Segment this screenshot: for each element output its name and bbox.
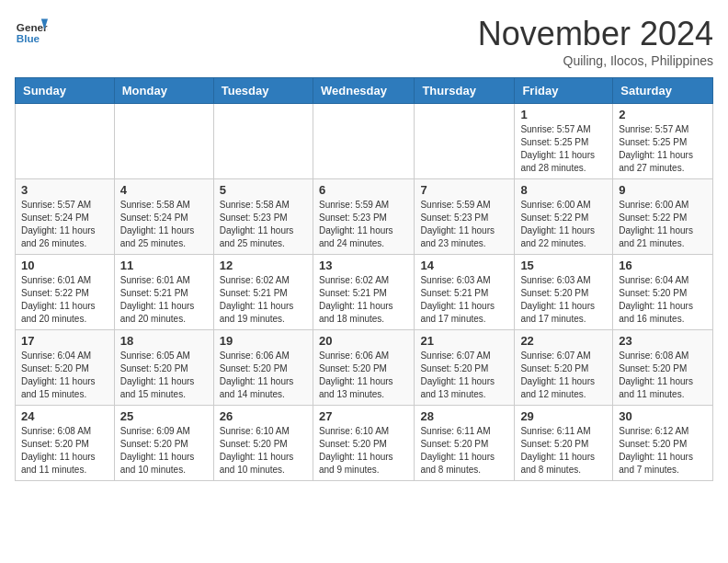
day-number: 30 <box>619 409 707 423</box>
day-number: 21 <box>420 334 508 348</box>
day-info: Sunrise: 6:07 AM Sunset: 5:20 PM Dayligh… <box>520 350 607 401</box>
day-info: Sunrise: 6:01 AM Sunset: 5:21 PM Dayligh… <box>120 274 208 326</box>
day-number: 12 <box>220 259 307 272</box>
day-number: 15 <box>520 259 607 272</box>
day-number: 19 <box>220 334 307 348</box>
calendar-cell: 28Sunrise: 6:11 AM Sunset: 5:20 PM Dayli… <box>415 406 515 481</box>
calendar-cell <box>16 104 115 179</box>
calendar-cell <box>415 104 515 179</box>
day-number: 17 <box>21 334 108 348</box>
calendar-cell: 6Sunrise: 5:59 AM Sunset: 5:23 PM Daylig… <box>313 179 414 255</box>
day-number: 27 <box>319 409 408 423</box>
calendar-cell: 19Sunrise: 6:06 AM Sunset: 5:20 PM Dayli… <box>213 330 313 406</box>
calendar-cell: 25Sunrise: 6:09 AM Sunset: 5:20 PM Dayli… <box>114 406 213 481</box>
location: Quiling, Ilocos, Philippines <box>478 53 713 68</box>
day-info: Sunrise: 6:08 AM Sunset: 5:20 PM Dayligh… <box>619 350 707 401</box>
calendar-cell: 14Sunrise: 6:03 AM Sunset: 5:21 PM Dayli… <box>415 255 515 330</box>
day-number: 3 <box>21 183 108 197</box>
day-number: 11 <box>120 259 208 272</box>
calendar-cell: 10Sunrise: 6:01 AM Sunset: 5:22 PM Dayli… <box>16 255 115 330</box>
day-info: Sunrise: 6:02 AM Sunset: 5:21 PM Dayligh… <box>319 274 408 326</box>
day-number: 16 <box>619 259 707 272</box>
day-number: 8 <box>520 183 607 197</box>
day-number: 23 <box>619 334 707 348</box>
col-header-friday: Friday <box>515 78 613 104</box>
day-number: 29 <box>520 409 607 423</box>
day-info: Sunrise: 5:57 AM Sunset: 5:24 PM Dayligh… <box>21 199 108 250</box>
col-header-saturday: Saturday <box>613 78 713 104</box>
calendar-cell: 24Sunrise: 6:08 AM Sunset: 5:20 PM Dayli… <box>16 406 115 481</box>
day-info: Sunrise: 6:12 AM Sunset: 5:20 PM Dayligh… <box>619 425 707 477</box>
calendar-cell: 30Sunrise: 6:12 AM Sunset: 5:20 PM Dayli… <box>613 406 713 481</box>
day-number: 1 <box>520 108 607 121</box>
calendar-week-5: 24Sunrise: 6:08 AM Sunset: 5:20 PM Dayli… <box>16 406 713 481</box>
month-title: November 2024 <box>478 15 713 53</box>
day-info: Sunrise: 5:59 AM Sunset: 5:23 PM Dayligh… <box>319 199 408 250</box>
page-header: General Blue November 2024 Quiling, Iloc… <box>15 15 713 68</box>
day-info: Sunrise: 6:10 AM Sunset: 5:20 PM Dayligh… <box>220 425 307 477</box>
col-header-tuesday: Tuesday <box>213 78 313 104</box>
calendar-cell: 13Sunrise: 6:02 AM Sunset: 5:21 PM Dayli… <box>313 255 414 330</box>
day-info: Sunrise: 6:09 AM Sunset: 5:20 PM Dayligh… <box>120 425 208 477</box>
day-number: 28 <box>420 409 508 423</box>
day-info: Sunrise: 6:06 AM Sunset: 5:20 PM Dayligh… <box>319 350 408 401</box>
day-info: Sunrise: 6:06 AM Sunset: 5:20 PM Dayligh… <box>220 350 307 401</box>
calendar-cell: 27Sunrise: 6:10 AM Sunset: 5:20 PM Dayli… <box>313 406 414 481</box>
calendar-cell: 29Sunrise: 6:11 AM Sunset: 5:20 PM Dayli… <box>515 406 613 481</box>
day-info: Sunrise: 6:01 AM Sunset: 5:22 PM Dayligh… <box>21 274 108 326</box>
col-header-monday: Monday <box>114 78 213 104</box>
day-info: Sunrise: 5:58 AM Sunset: 5:24 PM Dayligh… <box>120 199 208 250</box>
day-number: 2 <box>619 108 707 121</box>
calendar-week-2: 3Sunrise: 5:57 AM Sunset: 5:24 PM Daylig… <box>16 179 713 255</box>
calendar-cell: 2Sunrise: 5:57 AM Sunset: 5:25 PM Daylig… <box>613 104 713 179</box>
day-number: 9 <box>619 183 707 197</box>
day-info: Sunrise: 6:07 AM Sunset: 5:20 PM Dayligh… <box>420 350 508 401</box>
logo-icon: General Blue <box>15 15 48 48</box>
day-number: 13 <box>319 259 408 272</box>
calendar-cell: 1Sunrise: 5:57 AM Sunset: 5:25 PM Daylig… <box>515 104 613 179</box>
calendar-cell: 3Sunrise: 5:57 AM Sunset: 5:24 PM Daylig… <box>16 179 115 255</box>
day-number: 6 <box>319 183 408 197</box>
calendar-cell: 16Sunrise: 6:04 AM Sunset: 5:20 PM Dayli… <box>613 255 713 330</box>
day-info: Sunrise: 6:08 AM Sunset: 5:20 PM Dayligh… <box>21 425 108 477</box>
day-info: Sunrise: 5:59 AM Sunset: 5:23 PM Dayligh… <box>420 199 508 250</box>
calendar-week-1: 1Sunrise: 5:57 AM Sunset: 5:25 PM Daylig… <box>16 104 713 179</box>
day-number: 25 <box>120 409 208 423</box>
calendar-cell: 7Sunrise: 5:59 AM Sunset: 5:23 PM Daylig… <box>415 179 515 255</box>
day-info: Sunrise: 6:03 AM Sunset: 5:20 PM Dayligh… <box>520 274 607 326</box>
day-info: Sunrise: 5:57 AM Sunset: 5:25 PM Dayligh… <box>520 123 607 175</box>
calendar-week-3: 10Sunrise: 6:01 AM Sunset: 5:22 PM Dayli… <box>16 255 713 330</box>
day-number: 7 <box>420 183 508 197</box>
calendar-cell: 8Sunrise: 6:00 AM Sunset: 5:22 PM Daylig… <box>515 179 613 255</box>
calendar-cell: 5Sunrise: 5:58 AM Sunset: 5:23 PM Daylig… <box>213 179 313 255</box>
day-number: 10 <box>21 259 108 272</box>
day-number: 26 <box>220 409 307 423</box>
calendar-cell: 22Sunrise: 6:07 AM Sunset: 5:20 PM Dayli… <box>515 330 613 406</box>
day-info: Sunrise: 6:11 AM Sunset: 5:20 PM Dayligh… <box>420 425 508 477</box>
day-info: Sunrise: 6:10 AM Sunset: 5:20 PM Dayligh… <box>319 425 408 477</box>
day-info: Sunrise: 6:03 AM Sunset: 5:21 PM Dayligh… <box>420 274 508 326</box>
calendar-cell <box>213 104 313 179</box>
title-block: November 2024 Quiling, Ilocos, Philippin… <box>478 15 713 68</box>
calendar-cell <box>313 104 414 179</box>
calendar-cell: 17Sunrise: 6:04 AM Sunset: 5:20 PM Dayli… <box>16 330 115 406</box>
day-info: Sunrise: 6:02 AM Sunset: 5:21 PM Dayligh… <box>220 274 307 326</box>
col-header-wednesday: Wednesday <box>313 78 414 104</box>
day-info: Sunrise: 6:05 AM Sunset: 5:20 PM Dayligh… <box>120 350 208 401</box>
calendar-cell: 23Sunrise: 6:08 AM Sunset: 5:20 PM Dayli… <box>613 330 713 406</box>
calendar-cell: 12Sunrise: 6:02 AM Sunset: 5:21 PM Dayli… <box>213 255 313 330</box>
day-number: 20 <box>319 334 408 348</box>
calendar-header-row: SundayMondayTuesdayWednesdayThursdayFrid… <box>16 78 713 104</box>
calendar-cell: 20Sunrise: 6:06 AM Sunset: 5:20 PM Dayli… <box>313 330 414 406</box>
day-number: 5 <box>220 183 307 197</box>
calendar-cell: 18Sunrise: 6:05 AM Sunset: 5:20 PM Dayli… <box>114 330 213 406</box>
calendar-cell: 15Sunrise: 6:03 AM Sunset: 5:20 PM Dayli… <box>515 255 613 330</box>
day-number: 22 <box>520 334 607 348</box>
col-header-thursday: Thursday <box>415 78 515 104</box>
logo: General Blue <box>15 15 48 48</box>
day-info: Sunrise: 6:00 AM Sunset: 5:22 PM Dayligh… <box>619 199 707 250</box>
day-number: 24 <box>21 409 108 423</box>
calendar-table: SundayMondayTuesdayWednesdayThursdayFrid… <box>15 77 713 481</box>
calendar-cell: 11Sunrise: 6:01 AM Sunset: 5:21 PM Dayli… <box>114 255 213 330</box>
day-info: Sunrise: 6:00 AM Sunset: 5:22 PM Dayligh… <box>520 199 607 250</box>
